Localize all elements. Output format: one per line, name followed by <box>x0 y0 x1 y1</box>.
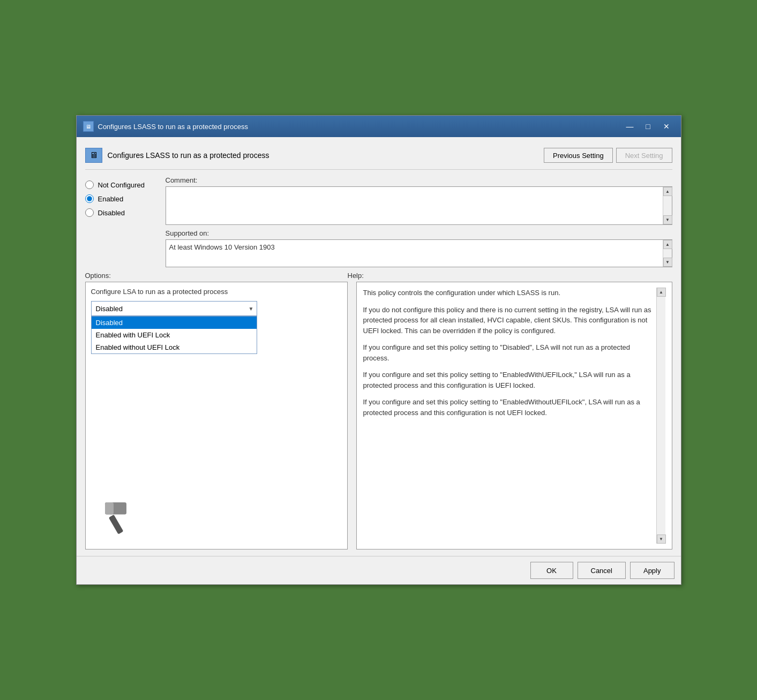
title-bar-left: 🖥 Configures LSASS to run as a protected… <box>83 121 248 132</box>
hammer-icon-container <box>96 494 139 538</box>
main-panels-row: Configure LSA to run as a protected proc… <box>85 282 672 550</box>
comment-field-wrapper: ▲ ▼ <box>166 186 672 225</box>
enabled-radio[interactable] <box>85 194 94 203</box>
enabled-radio-label[interactable]: Enabled <box>85 194 166 203</box>
disabled-radio-label[interactable]: Disabled <box>85 208 166 217</box>
svg-rect-0 <box>108 515 123 535</box>
help-scroll-track <box>657 297 665 535</box>
minimize-button[interactable]: — <box>622 120 638 133</box>
lsa-dropdown[interactable]: Disabled Enabled with UEFI Lock Enabled … <box>91 301 257 316</box>
comment-section: Comment: ▲ ▼ <box>166 176 672 225</box>
header-left: 🖥 Configures LSASS to run as a protected… <box>85 148 269 163</box>
help-label-container: Help: <box>348 272 672 280</box>
supported-on-wrapper: At least Windows 10 Version 1903 ▲ ▼ <box>166 239 672 267</box>
supported-scrollbar: ▲ ▼ <box>663 240 672 267</box>
options-label: Options: <box>85 272 111 280</box>
dropdown-list: Disabled Enabled with UEFI Lock Enabled … <box>91 316 257 354</box>
options-label-container: Options: <box>85 272 348 280</box>
comment-scroll-track <box>663 196 672 215</box>
help-scroll-down[interactable]: ▼ <box>657 535 666 544</box>
main-window: 🖥 Configures LSASS to run as a protected… <box>76 115 681 585</box>
supported-on-label: Supported on: <box>166 229 672 237</box>
window-icon: 🖥 <box>83 121 94 132</box>
supported-on-value: At least Windows 10 Version 1903 <box>166 240 663 267</box>
options-box-title: Configure LSA to run as a protected proc… <box>91 288 342 296</box>
apply-button[interactable]: Apply <box>630 562 674 579</box>
comment-scroll-down[interactable]: ▼ <box>663 215 672 224</box>
help-para-1: This policy controls the configuration u… <box>363 288 654 298</box>
help-para-5: If you configure and set this policy set… <box>363 397 654 418</box>
cancel-button[interactable]: Cancel <box>578 562 626 579</box>
comment-label: Comment: <box>166 176 672 184</box>
next-setting-button[interactable]: Next Setting <box>616 148 672 163</box>
dropdown-item-no-uefi-lock[interactable]: Enabled without UEFI Lock <box>92 341 257 353</box>
help-scrollbar: ▲ ▼ <box>656 288 665 544</box>
header-section: 🖥 Configures LSASS to run as a protected… <box>85 144 672 170</box>
policy-title: Configures LSASS to run as a protected p… <box>108 151 269 160</box>
previous-setting-button[interactable]: Previous Setting <box>544 148 613 163</box>
header-buttons: Previous Setting Next Setting <box>544 148 672 163</box>
top-area: Not Configured Enabled Disabled Comm <box>85 176 672 267</box>
supported-scroll-up[interactable]: ▲ <box>663 240 672 249</box>
help-para-4: If you configure and set this policy set… <box>363 370 654 390</box>
fields-column: Comment: ▲ ▼ Supported on: At least <box>166 176 672 267</box>
dropdown-container: Disabled Enabled with UEFI Lock Enabled … <box>91 301 342 316</box>
footer-buttons: OK Cancel Apply <box>77 556 681 584</box>
supported-on-section: Supported on: At least Windows 10 Versio… <box>166 229 672 267</box>
not-configured-radio[interactable] <box>85 180 94 189</box>
not-configured-label: Not Configured <box>98 181 145 189</box>
help-label: Help: <box>348 272 364 280</box>
window-title: Configures LSASS to run as a protected p… <box>98 123 248 131</box>
svg-rect-2 <box>105 502 114 514</box>
supported-scroll-down[interactable]: ▼ <box>663 258 672 267</box>
options-panel: Configure LSA to run as a protected proc… <box>85 282 348 550</box>
radio-column: Not Configured Enabled Disabled <box>85 176 166 267</box>
close-button[interactable]: ✕ <box>658 120 674 133</box>
help-para-2: If you do not configure this policy and … <box>363 305 654 336</box>
options-box: Configure LSA to run as a protected proc… <box>85 282 348 550</box>
ok-button[interactable]: OK <box>530 562 573 579</box>
dropdown-item-disabled[interactable]: Disabled <box>92 317 257 329</box>
help-text-content: This policy controls the configuration u… <box>363 288 656 544</box>
help-para-3: If you configure and set this policy set… <box>363 342 654 363</box>
enabled-label: Enabled <box>98 195 124 203</box>
help-scroll-up[interactable]: ▲ <box>657 288 666 297</box>
dropdown-item-uefi-lock[interactable]: Enabled with UEFI Lock <box>92 329 257 341</box>
comment-input[interactable] <box>166 187 663 224</box>
not-configured-radio-label[interactable]: Not Configured <box>85 180 166 189</box>
supported-scroll-track <box>663 249 672 258</box>
help-box: This policy controls the configuration u… <box>356 282 672 550</box>
title-bar-controls: — □ ✕ <box>622 120 674 133</box>
section-labels-row: Options: Help: <box>85 272 672 280</box>
disabled-label: Disabled <box>98 209 125 217</box>
comment-scroll-up[interactable]: ▲ <box>663 187 672 196</box>
content-area: 🖥 Configures LSASS to run as a protected… <box>77 137 681 556</box>
comment-scrollbar: ▲ ▼ <box>663 187 672 224</box>
help-panel: This policy controls the configuration u… <box>356 282 672 550</box>
hammer-icon <box>96 494 139 537</box>
policy-icon: 🖥 <box>85 148 102 163</box>
title-bar: 🖥 Configures LSASS to run as a protected… <box>77 116 681 137</box>
disabled-radio[interactable] <box>85 208 94 217</box>
maximize-button[interactable]: □ <box>640 120 656 133</box>
dropdown-wrapper[interactable]: Disabled Enabled with UEFI Lock Enabled … <box>91 301 257 316</box>
